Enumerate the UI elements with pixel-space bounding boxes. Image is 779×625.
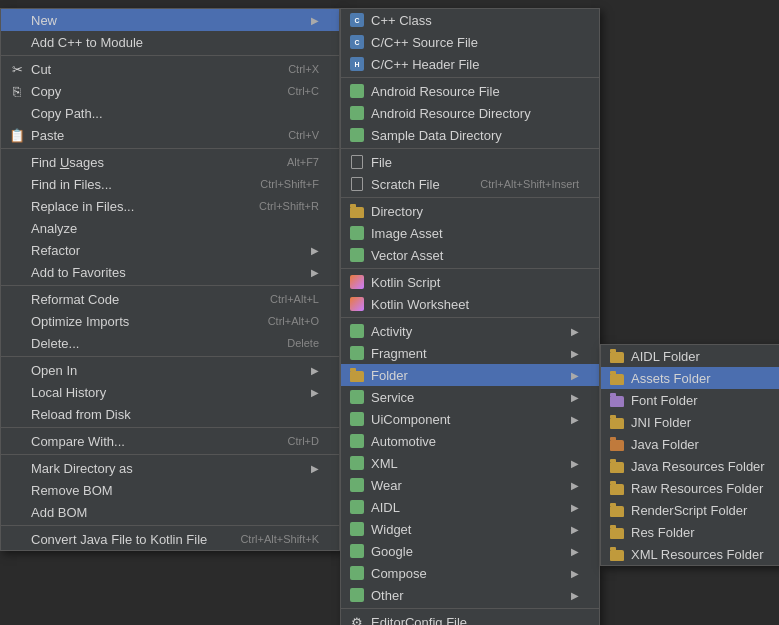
widget-label: Widget	[371, 522, 571, 537]
menu-item-convert[interactable]: Convert Java File to Kotlin File Ctrl+Al…	[1, 528, 339, 550]
menu-item-cut[interactable]: ✂ Cut Ctrl+X	[1, 58, 339, 80]
compose-label: Compose	[371, 566, 571, 581]
folder-submenu-jni[interactable]: JNI Folder	[601, 411, 779, 433]
delete-icon	[9, 335, 25, 351]
renderscript-folder-label: RenderScript Folder	[631, 503, 779, 518]
optimize-shortcut: Ctrl+Alt+O	[268, 315, 319, 327]
menu-item-compare[interactable]: Compare With... Ctrl+D	[1, 430, 339, 452]
menu-item-find-usages-label: Find Usages	[31, 155, 267, 170]
menu-item-add-cpp[interactable]: Add C++ to Module	[1, 31, 339, 53]
kotlin-worksheet-label: Kotlin Worksheet	[371, 297, 579, 312]
menu-item-mark-dir[interactable]: Mark Directory as ▶	[1, 457, 339, 479]
scratch-shortcut: Ctrl+Alt+Shift+Insert	[480, 178, 579, 190]
folder-submenu-font[interactable]: Font Folder	[601, 389, 779, 411]
menu-item-add-bom[interactable]: Add BOM	[1, 501, 339, 523]
cpp-source-label: C/C++ Source File	[371, 35, 579, 50]
menu-item-mark-dir-label: Mark Directory as	[31, 461, 311, 476]
submenu-new-aidl[interactable]: AIDL ▶	[341, 496, 599, 518]
directory-icon	[349, 203, 365, 219]
menu-item-new-label: New	[31, 13, 311, 28]
submenu-new-folder[interactable]: Folder ▶	[341, 364, 599, 386]
sep-new-1	[341, 77, 599, 78]
submenu-new-other[interactable]: Other ▶	[341, 584, 599, 606]
menu-item-favorites-label: Add to Favorites	[31, 265, 311, 280]
copy-icon: ⎘	[9, 83, 25, 99]
font-folder-label: Font Folder	[631, 393, 779, 408]
menu-item-replace[interactable]: Replace in Files... Ctrl+Shift+R	[1, 195, 339, 217]
kotlin-script-label: Kotlin Script	[371, 275, 579, 290]
menu-item-remove-bom-label: Remove BOM	[31, 483, 319, 498]
menu-item-delete[interactable]: Delete... Delete	[1, 332, 339, 354]
other-arrow: ▶	[571, 590, 579, 601]
context-menu: New ▶ Add C++ to Module ✂ Cut Ctrl+X ⎘ C…	[0, 8, 340, 551]
folder-submenu-raw-resources[interactable]: Raw Resources Folder	[601, 477, 779, 499]
menu-item-reformat[interactable]: Reformat Code Ctrl+Alt+L	[1, 288, 339, 310]
refactor-icon	[9, 242, 25, 258]
aidl-folder-icon	[609, 348, 625, 364]
folder-submenu-res[interactable]: Res Folder	[601, 521, 779, 543]
submenu-new-fragment[interactable]: Fragment ▶	[341, 342, 599, 364]
submenu-new-cpp-header[interactable]: H C/C++ Header File	[341, 53, 599, 75]
submenu-new-cpp-source[interactable]: C C/C++ Source File	[341, 31, 599, 53]
editorconfig-label: EditorConfig File	[371, 615, 579, 626]
submenu-new-vector-asset[interactable]: Vector Asset	[341, 244, 599, 266]
submenu-new-android-resource-dir[interactable]: Android Resource Directory	[341, 102, 599, 124]
fragment-label: Fragment	[371, 346, 571, 361]
menu-item-favorites[interactable]: Add to Favorites ▶	[1, 261, 339, 283]
aidl-arrow: ▶	[571, 502, 579, 513]
menu-item-refactor[interactable]: Refactor ▶	[1, 239, 339, 261]
replace-shortcut: Ctrl+Shift+R	[259, 200, 319, 212]
submenu-new-xml[interactable]: XML ▶	[341, 452, 599, 474]
submenu-new-sample-data[interactable]: Sample Data Directory	[341, 124, 599, 146]
sep-new-6	[341, 608, 599, 609]
menu-item-copy-path[interactable]: Copy Path...	[1, 102, 339, 124]
res-folder-icon	[609, 524, 625, 540]
submenu-new-cpp-class[interactable]: C C++ Class	[341, 9, 599, 31]
submenu-new-activity[interactable]: Activity ▶	[341, 320, 599, 342]
menu-item-copy[interactable]: ⎘ Copy Ctrl+C	[1, 80, 339, 102]
wear-arrow: ▶	[571, 480, 579, 491]
menu-item-find-usages[interactable]: Find Usages Alt+F7	[1, 151, 339, 173]
submenu-new-directory[interactable]: Directory	[341, 200, 599, 222]
submenu-new-widget[interactable]: Widget ▶	[341, 518, 599, 540]
submenu-new-editorconfig[interactable]: ⚙ EditorConfig File	[341, 611, 599, 625]
find-usages-shortcut: Alt+F7	[287, 156, 319, 168]
menu-item-reload[interactable]: Reload from Disk	[1, 403, 339, 425]
submenu-new-compose[interactable]: Compose ▶	[341, 562, 599, 584]
service-label: Service	[371, 390, 571, 405]
submenu-new-wear[interactable]: Wear ▶	[341, 474, 599, 496]
submenu-new-kotlin-script[interactable]: Kotlin Script	[341, 271, 599, 293]
submenu-new-automotive[interactable]: Automotive	[341, 430, 599, 452]
menu-item-remove-bom[interactable]: Remove BOM	[1, 479, 339, 501]
submenu-new-file[interactable]: File	[341, 151, 599, 173]
folder-submenu-aidl[interactable]: AIDL Folder	[601, 345, 779, 367]
menu-item-reload-label: Reload from Disk	[31, 407, 319, 422]
folder-submenu-xml-resources[interactable]: XML Resources Folder	[601, 543, 779, 565]
aidl-label: AIDL	[371, 500, 571, 515]
submenu-new-google[interactable]: Google ▶	[341, 540, 599, 562]
assets-folder-icon	[609, 370, 625, 386]
submenu-new-service[interactable]: Service ▶	[341, 386, 599, 408]
submenu-new-android-resource-file[interactable]: Android Resource File	[341, 80, 599, 102]
refactor-arrow: ▶	[311, 245, 319, 256]
menu-item-find-files[interactable]: Find in Files... Ctrl+Shift+F	[1, 173, 339, 195]
submenu-new-image-asset[interactable]: Image Asset	[341, 222, 599, 244]
folder-submenu-java-resources[interactable]: Java Resources Folder	[601, 455, 779, 477]
menu-item-optimize[interactable]: Optimize Imports Ctrl+Alt+O	[1, 310, 339, 332]
replace-icon	[9, 198, 25, 214]
menu-item-replace-label: Replace in Files...	[31, 199, 239, 214]
android-resource-dir-icon	[349, 105, 365, 121]
folder-submenu-assets[interactable]: Assets Folder	[601, 367, 779, 389]
folder-submenu-renderscript[interactable]: RenderScript Folder	[601, 499, 779, 521]
menu-item-convert-label: Convert Java File to Kotlin File	[31, 532, 220, 547]
menu-item-paste[interactable]: 📋 Paste Ctrl+V	[1, 124, 339, 146]
submenu-new-scratch[interactable]: Scratch File Ctrl+Alt+Shift+Insert	[341, 173, 599, 195]
menu-item-new[interactable]: New ▶	[1, 9, 339, 31]
file-label: File	[371, 155, 579, 170]
folder-submenu-java[interactable]: Java Folder	[601, 433, 779, 455]
menu-item-local-history[interactable]: Local History ▶	[1, 381, 339, 403]
submenu-new-kotlin-worksheet[interactable]: Kotlin Worksheet	[341, 293, 599, 315]
menu-item-open-in[interactable]: Open In ▶	[1, 359, 339, 381]
submenu-new-ui-component[interactable]: UiComponent ▶	[341, 408, 599, 430]
menu-item-analyze[interactable]: Analyze	[1, 217, 339, 239]
